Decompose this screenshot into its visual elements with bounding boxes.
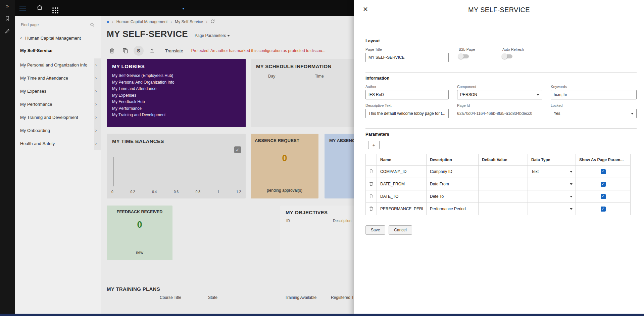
column-header-time: Time: [315, 74, 324, 79]
save-button[interactable]: Save: [365, 225, 385, 235]
chevron-right-icon: ›: [93, 101, 99, 107]
component-label: Component: [457, 85, 542, 89]
param-data-type-select[interactable]: [528, 178, 576, 190]
sidebar-item-training[interactable]: My Training and Development›: [15, 111, 101, 124]
param-description-cell[interactable]: Company ID: [427, 166, 479, 178]
descriptive-text-label: Descriptive Text: [365, 103, 449, 107]
breadcrumb-root[interactable]: Human Capital Management: [116, 19, 168, 24]
layout-heading: Layout: [365, 38, 637, 43]
param-default-value-cell[interactable]: [479, 178, 528, 190]
show-as-page-param-checkbox[interactable]: [601, 182, 606, 187]
caret-down-icon: [537, 94, 539, 96]
sidebar-item-onboarding[interactable]: My Onboarding›: [15, 124, 101, 137]
lobby-link[interactable]: My Time and Attendance: [112, 86, 240, 92]
lobby-link[interactable]: My Training and Development: [112, 112, 240, 119]
layout-section: Layout Page Title B2b Page Auto Refresh: [365, 35, 637, 67]
page-toolbar: ⚙ Translate Protected: An author has mar…: [107, 46, 326, 56]
show-as-page-param-checkbox[interactable]: [601, 169, 606, 174]
column-header-delete: [366, 154, 377, 166]
locked-select[interactable]: Yes: [551, 109, 637, 118]
delete-row-button[interactable]: [366, 203, 377, 215]
sidebar-back-label: Human Capital Management: [25, 36, 81, 41]
expand-panel-icon[interactable]: »: [6, 3, 9, 8]
param-default-value-cell[interactable]: [479, 190, 528, 203]
absence-request-caption: pending approval(s): [255, 188, 314, 194]
page-title-input[interactable]: [365, 53, 449, 62]
param-description-cell[interactable]: Performance Period: [427, 203, 479, 215]
add-parameter-button[interactable]: +: [368, 141, 380, 149]
hamburger-menu-icon[interactable]: [19, 5, 27, 11]
card-title: FEEDBACK RECEIVED: [111, 210, 168, 214]
delete-row-button[interactable]: [366, 190, 377, 203]
locked-label: Locked: [551, 103, 637, 107]
author-input[interactable]: [365, 90, 449, 99]
sidebar-item-time-attendance[interactable]: My Time and Attendance›: [15, 72, 101, 85]
param-name-cell[interactable]: PERFORMANCE_PERI: [377, 203, 427, 215]
panel-title: MY SELF-SERVICE: [354, 6, 644, 14]
param-default-value-cell[interactable]: [479, 166, 528, 178]
translate-button[interactable]: Translate: [165, 48, 183, 53]
keywords-input[interactable]: [551, 90, 637, 99]
param-data-type-select[interactable]: [528, 190, 576, 203]
close-icon[interactable]: ✕: [363, 5, 368, 13]
settings-gear-button[interactable]: ⚙: [134, 46, 144, 56]
table-row: DATE_TO Dete To: [366, 190, 631, 203]
checkbox-icon[interactable]: ✓: [234, 146, 241, 153]
caret-down-icon: [570, 171, 573, 173]
protected-warning-text: Protected: An author has marked this con…: [191, 48, 326, 53]
chevron-right-icon: ›: [93, 141, 99, 146]
show-as-page-param-checkbox[interactable]: [601, 194, 606, 199]
chevron-left-icon: ‹: [20, 35, 22, 41]
auto-refresh-toggle[interactable]: [502, 54, 512, 58]
component-select[interactable]: PERSON: [457, 90, 542, 99]
copy-button[interactable]: [120, 46, 130, 56]
publish-button[interactable]: [147, 46, 157, 56]
page-parameters-dropdown[interactable]: Page Parameters: [195, 33, 230, 38]
sidebar-active-page[interactable]: My Self-Service: [15, 43, 101, 56]
breadcrumb-current[interactable]: My Self-Service: [175, 19, 203, 24]
lobby-link[interactable]: My Expenses: [112, 92, 240, 99]
chevron-right-icon: ›: [93, 115, 99, 120]
lobby-link[interactable]: My Personal And Organization Info: [112, 79, 240, 86]
search-icon: [90, 22, 95, 27]
delete-button[interactable]: [107, 46, 117, 56]
lobby-link[interactable]: My Performance: [112, 105, 240, 112]
card-title: MY TIME BALANCES: [112, 138, 240, 144]
gear-icon: ⚙: [136, 48, 141, 54]
app-launcher-icon[interactable]: [52, 7, 54, 9]
bookmark-icon[interactable]: [5, 16, 10, 21]
lobby-link[interactable]: My Feedback Hub: [112, 99, 240, 105]
b2b-page-label: B2b Page: [459, 47, 492, 51]
lobby-link[interactable]: My Self-Service (Employee's Hub): [112, 73, 240, 79]
sidebar-back-link[interactable]: ‹ Human Capital Management: [15, 31, 101, 43]
page-id-label: Page Id: [457, 103, 542, 107]
b2b-page-toggle[interactable]: [459, 54, 469, 58]
param-name-cell[interactable]: DATE_FROM: [377, 178, 427, 190]
delete-row-button[interactable]: [366, 178, 377, 190]
refresh-icon[interactable]: [210, 19, 215, 25]
parameters-section: Parameters + Name Description Default Va…: [365, 128, 637, 235]
param-data-type-select[interactable]: Text: [528, 166, 576, 178]
sidebar-item-personal-info[interactable]: My Personal and Organization Info›: [15, 58, 101, 72]
sidebar-item-performance[interactable]: My Performance›: [15, 98, 101, 111]
sidebar-item-expenses[interactable]: My Expenses›: [15, 85, 101, 98]
show-as-page-param-checkbox[interactable]: [601, 207, 606, 212]
chevron-right-icon: ›: [112, 20, 113, 24]
home-icon[interactable]: [36, 4, 43, 12]
column-header-state: State: [208, 295, 217, 300]
find-page-input[interactable]: [20, 21, 95, 29]
param-description-cell[interactable]: Date From: [427, 178, 479, 190]
param-name-cell[interactable]: DATE_TO: [377, 190, 427, 203]
card-title: MY LOBBIES: [112, 63, 240, 69]
cancel-button[interactable]: Cancel: [389, 225, 412, 235]
column-header-description: Description: [427, 154, 479, 166]
descriptive-text-input[interactable]: [365, 109, 449, 118]
param-name-cell[interactable]: COMPANY_ID: [377, 166, 427, 178]
edit-pencil-icon[interactable]: [5, 29, 10, 34]
sidebar-item-health-safety[interactable]: Health and Safety›: [15, 137, 101, 150]
param-default-value-cell[interactable]: [479, 203, 528, 215]
delete-row-button[interactable]: [366, 166, 377, 178]
card-time-balances: MY TIME BALANCES ✓ 0 0.2 0.4 0.6 0.8 1 1…: [107, 134, 246, 198]
param-description-cell[interactable]: Dete To: [427, 190, 479, 203]
param-data-type-select[interactable]: [528, 203, 576, 215]
